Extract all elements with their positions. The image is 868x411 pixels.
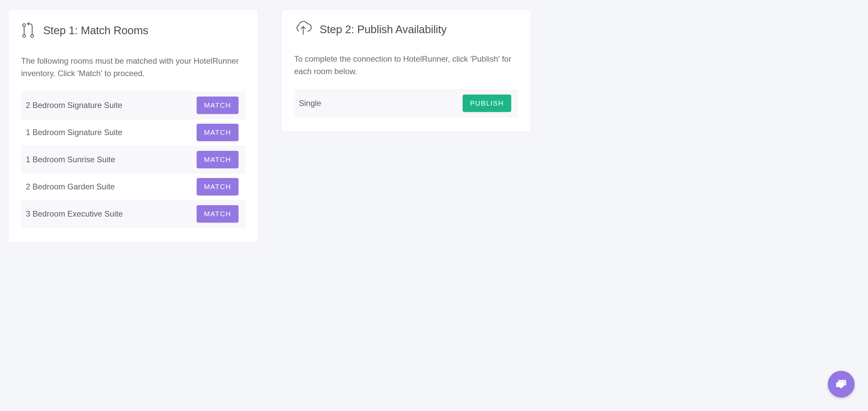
- room-name: 1 Bedroom Sunrise Suite: [26, 155, 115, 164]
- match-button[interactable]: MATCH: [197, 205, 239, 223]
- git-branch-icon: [21, 21, 36, 40]
- step2-description: To complete the connection to HotelRunne…: [294, 53, 518, 78]
- match-button[interactable]: MATCH: [197, 151, 239, 168]
- room-name: Single: [299, 98, 321, 108]
- step2-card: Step 2: Publish Availability To complete…: [281, 9, 531, 132]
- room-row: Single PUBLISH: [294, 90, 518, 117]
- room-row: 2 Bedroom Garden Suite MATCH: [21, 173, 245, 201]
- step2-title: Step 2: Publish Availability: [319, 23, 446, 36]
- step1-card: Step 1: Match Rooms The following rooms …: [8, 9, 258, 243]
- step2-header: Step 2: Publish Availability: [294, 21, 518, 38]
- room-row: 2 Bedroom Signature Suite MATCH: [21, 92, 245, 119]
- step1-title: Step 1: Match Rooms: [43, 24, 148, 37]
- match-button[interactable]: MATCH: [197, 178, 239, 196]
- svg-point-1: [23, 34, 26, 37]
- room-name: 3 Bedroom Executive Suite: [26, 209, 123, 218]
- svg-point-0: [23, 24, 26, 27]
- room-row: 3 Bedroom Executive Suite MATCH: [21, 201, 245, 228]
- cloud-upload-icon: [294, 21, 312, 38]
- room-name: 1 Bedroom Signature Suite: [26, 128, 122, 137]
- step2-room-list: Single PUBLISH: [294, 89, 518, 117]
- room-name: 2 Bedroom Garden Suite: [26, 182, 115, 192]
- step1-header: Step 1: Match Rooms: [21, 21, 245, 40]
- step1-room-list: 2 Bedroom Signature Suite MATCH 1 Bedroo…: [21, 91, 245, 228]
- room-row: 1 Bedroom Signature Suite MATCH: [21, 119, 245, 146]
- room-name: 2 Bedroom Signature Suite: [26, 100, 122, 110]
- match-button[interactable]: MATCH: [197, 124, 239, 141]
- room-row: 1 Bedroom Sunrise Suite MATCH: [21, 146, 245, 173]
- svg-point-2: [31, 34, 33, 37]
- publish-button[interactable]: PUBLISH: [463, 94, 511, 112]
- match-button[interactable]: MATCH: [197, 96, 239, 114]
- step1-description: The following rooms must be matched with…: [21, 55, 245, 80]
